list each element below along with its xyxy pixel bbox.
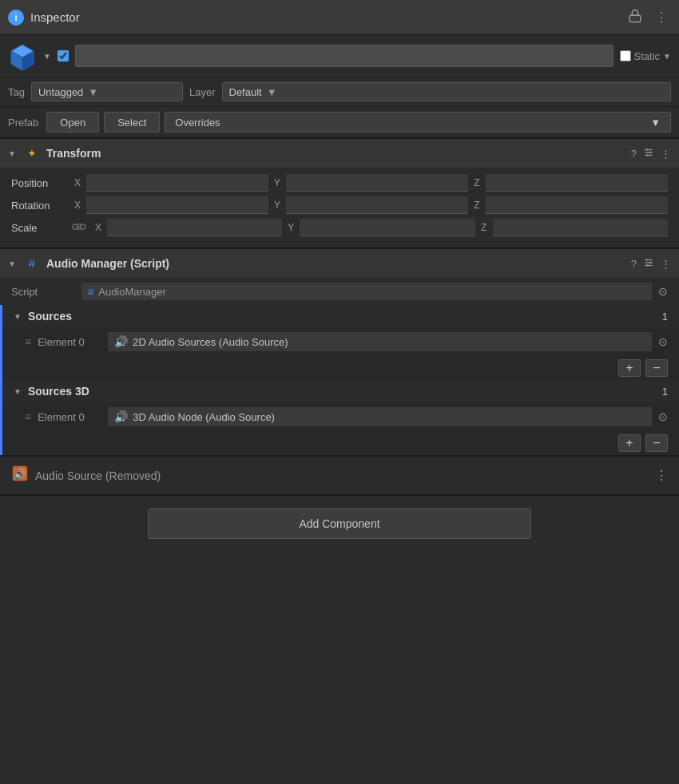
removed-title: Audio Source (Removed) bbox=[35, 469, 649, 482]
lock-button[interactable] bbox=[625, 7, 645, 28]
tag-dropdown-arrow: ▼ bbox=[88, 86, 98, 98]
svg-point-10 bbox=[647, 154, 649, 156]
position-x-input[interactable]: 0 bbox=[86, 174, 268, 192]
audio-manager-header[interactable]: ▼ # Audio Manager (Script) ? ⋮ bbox=[0, 249, 679, 278]
sources-2d-header[interactable]: ▼ Sources 1 bbox=[0, 305, 679, 327]
prefab-overrides-button[interactable]: Overrides ▼ bbox=[165, 112, 671, 133]
svg-point-8 bbox=[646, 148, 648, 150]
scale-y-input[interactable]: 1 bbox=[300, 219, 475, 236]
transform-more-button[interactable]: ⋮ bbox=[661, 148, 671, 160]
rotation-label: Rotation bbox=[11, 200, 67, 212]
position-row: Position X 0 Y 0 Z 0 bbox=[11, 174, 668, 192]
rotation-y-input[interactable]: 0 bbox=[286, 196, 468, 214]
svg-rect-0 bbox=[629, 15, 641, 22]
tag-label: Tag bbox=[8, 86, 25, 98]
sources-3d-header[interactable]: ▼ Sources 3D 1 bbox=[0, 380, 679, 402]
transform-component: ▼ ✦ Transform ? ⋮ Position X 0 Y bbox=[0, 139, 679, 249]
sources-3d-chevron: ▼ bbox=[14, 387, 22, 396]
removed-audio-icon: 🔊 bbox=[11, 465, 29, 486]
add-component-area: Add Component bbox=[0, 496, 679, 552]
layer-label: Layer bbox=[189, 86, 216, 98]
object-name-input[interactable]: AudioManager bbox=[75, 45, 613, 67]
sources-3d-element-row: ≡ Element 0 🔊 3D Audio Node (Audio Sourc… bbox=[0, 402, 679, 431]
svg-point-11 bbox=[73, 224, 77, 229]
audio-manager-help-button[interactable]: ? bbox=[631, 258, 637, 270]
transform-icon: ✦ bbox=[24, 145, 40, 161]
audio-manager-title: Audio Manager (Script) bbox=[46, 257, 625, 270]
script-target-button[interactable]: ⊙ bbox=[658, 285, 668, 298]
svg-point-21 bbox=[647, 264, 649, 266]
object-active-checkbox[interactable] bbox=[58, 50, 69, 61]
drag-handle-3d[interactable]: ≡ bbox=[25, 410, 31, 423]
rotation-x-input[interactable]: 0 bbox=[86, 196, 268, 214]
more-options-button[interactable]: ⋮ bbox=[652, 8, 671, 26]
transform-header[interactable]: ▼ ✦ Transform ? ⋮ bbox=[0, 139, 679, 168]
scale-z-label: Z bbox=[478, 222, 490, 233]
prefab-open-button[interactable]: Open bbox=[46, 112, 99, 133]
audio-manager-component: ▼ # Audio Manager (Script) ? ⋮ Script # … bbox=[0, 249, 679, 457]
audio-manager-more-button[interactable]: ⋮ bbox=[661, 258, 671, 270]
pos-y-label: Y bbox=[272, 177, 283, 188]
sources-3d-add-remove: + − bbox=[0, 431, 679, 455]
scale-x-input[interactable]: 1 bbox=[107, 219, 282, 236]
static-dropdown-arrow[interactable]: ▼ bbox=[663, 52, 671, 61]
transform-settings-button[interactable] bbox=[643, 147, 654, 160]
scale-x-label: X bbox=[93, 222, 104, 233]
transform-chevron: ▼ bbox=[8, 149, 18, 158]
element-3d-target-button[interactable]: ⊙ bbox=[658, 410, 668, 423]
svg-point-19 bbox=[646, 259, 648, 260]
inspector-icon: i bbox=[8, 10, 24, 26]
sources-3d-remove-button[interactable]: − bbox=[645, 434, 668, 452]
sources-2d-title: Sources bbox=[28, 310, 656, 323]
audio-2d-icon: 🔊 bbox=[114, 335, 128, 348]
header-actions: ⋮ bbox=[625, 7, 671, 28]
add-component-button[interactable]: Add Component bbox=[148, 509, 531, 539]
rot-x-label: X bbox=[72, 200, 83, 211]
static-checkbox[interactable] bbox=[620, 50, 631, 61]
audio-manager-actions: ? ⋮ bbox=[631, 257, 671, 271]
element-3d-value: 🔊 3D Audio Node (Audio Source) bbox=[108, 407, 652, 426]
script-icon: # bbox=[24, 255, 40, 271]
sources-2d-element-row: ≡ Element 0 🔊 2D Audio Sources (Audio So… bbox=[0, 327, 679, 356]
element-2d-value: 🔊 2D Audio Sources (Audio Source) bbox=[108, 332, 652, 351]
sources-3d-count: 1 bbox=[662, 386, 668, 398]
scale-z-input[interactable]: 1 bbox=[493, 219, 668, 236]
scale-link-icon bbox=[72, 222, 88, 234]
scale-y-label: Y bbox=[285, 222, 296, 233]
tag-dropdown[interactable]: Untagged ▼ bbox=[31, 82, 183, 101]
sources-3d-title: Sources 3D bbox=[28, 385, 656, 398]
rot-z-label: Z bbox=[471, 200, 482, 211]
expand-arrow[interactable]: ▼ bbox=[43, 52, 51, 61]
object-row: ▼ AudioManager Static ▼ bbox=[0, 35, 679, 77]
sources-3d-add-button[interactable]: + bbox=[618, 434, 641, 452]
position-label: Position bbox=[11, 177, 67, 189]
position-z-input[interactable]: 0 bbox=[486, 174, 668, 192]
audio-3d-icon: 🔊 bbox=[114, 410, 128, 423]
prefab-label: Prefab bbox=[8, 117, 38, 129]
scale-label: Scale bbox=[11, 222, 67, 234]
header-title: Inspector bbox=[30, 10, 625, 24]
layer-dropdown-arrow: ▼ bbox=[267, 86, 277, 98]
inspector-header: i Inspector ⋮ bbox=[0, 0, 679, 35]
rotation-row: Rotation X 0 Y 0 Z 0 bbox=[11, 196, 668, 214]
element-2d-target-button[interactable]: ⊙ bbox=[658, 335, 668, 348]
static-row: Static ▼ bbox=[620, 50, 671, 62]
transform-title: Transform bbox=[46, 147, 625, 160]
svg-text:🔊: 🔊 bbox=[14, 468, 27, 481]
sources-2d-remove-button[interactable]: − bbox=[645, 359, 668, 377]
removed-more-button[interactable]: ⋮ bbox=[655, 468, 668, 483]
rotation-z-input[interactable]: 0 bbox=[486, 196, 668, 214]
sources-2d-add-button[interactable]: + bbox=[618, 359, 641, 377]
drag-handle-2d[interactable]: ≡ bbox=[25, 335, 31, 348]
transform-help-button[interactable]: ? bbox=[631, 148, 637, 160]
transform-actions: ? ⋮ bbox=[631, 147, 671, 160]
layer-dropdown[interactable]: Default ▼ bbox=[222, 82, 672, 101]
tag-layer-row: Tag Untagged ▼ Layer Default ▼ bbox=[0, 77, 679, 107]
prefab-select-button[interactable]: Select bbox=[104, 112, 160, 133]
overrides-dropdown-arrow: ▼ bbox=[650, 117, 661, 129]
transform-body: Position X 0 Y 0 Z 0 Rotation X 0 Y 0 Z … bbox=[0, 168, 679, 247]
position-y-input[interactable]: 0 bbox=[286, 174, 468, 192]
position-xyz: X 0 Y 0 Z 0 bbox=[72, 174, 668, 192]
audio-manager-settings-button[interactable] bbox=[643, 257, 654, 271]
scale-row: Scale X 1 Y 1 Z 1 bbox=[11, 219, 668, 236]
